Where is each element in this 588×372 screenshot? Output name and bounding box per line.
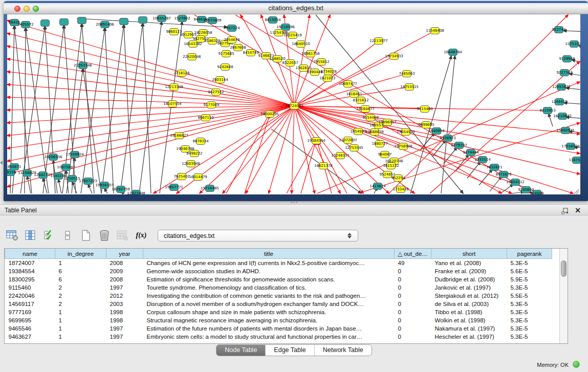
table-cell[interactable]: Jankovic et al. (1997) — [431, 283, 507, 292]
table-cell[interactable]: de Silva et al. (2003) — [431, 300, 507, 308]
table-cell[interactable]: Tibbo et al. (1998) — [431, 308, 507, 316]
table-cell[interactable]: 2003 — [106, 300, 143, 308]
graph-node[interactable]: 19857771 — [169, 184, 179, 191]
graph-node[interactable]: 2718126 — [177, 70, 186, 77]
graph-node[interactable]: 12093872 — [557, 83, 566, 91]
table-cell[interactable]: 5.9E-5 — [507, 275, 552, 283]
graph-node[interactable]: 20891406 — [100, 21, 110, 28]
table-cell[interactable]: 1 — [55, 324, 106, 333]
table-cell[interactable]: 18724007 — [5, 259, 55, 268]
graph-node[interactable]: 1821022 — [323, 75, 332, 82]
table-vertical-scrollbar[interactable] — [559, 249, 568, 343]
graph-node[interactable]: 1588520 — [273, 55, 282, 62]
table-cell[interactable]: Disruption of a novel member of a sodium… — [143, 300, 395, 308]
graph-node[interactable]: 9524851 — [383, 171, 392, 178]
table-cell[interactable]: 0 — [395, 316, 431, 324]
graph-node[interactable]: 11072607 — [343, 137, 353, 144]
table-cell[interactable]: 1 — [55, 259, 106, 268]
table-cell[interactable]: 5.3E-5 — [507, 324, 552, 333]
graph-node[interactable]: 16914479 — [193, 173, 203, 181]
graph-node[interactable]: 924503 — [532, 190, 541, 194]
graph-node[interactable]: 8186328 — [208, 37, 217, 45]
table-cell[interactable]: 9463627 — [5, 333, 55, 341]
table-row[interactable]: 1938455462009Genome-wide association stu… — [5, 267, 552, 275]
graph-node[interactable]: 10654112 — [511, 179, 520, 186]
table-cell[interactable]: 2 — [55, 292, 106, 300]
graph-node[interactable]: 18621378 — [319, 162, 328, 169]
table-cell[interactable]: 2008 — [106, 259, 143, 268]
table-row[interactable]: 1872400712008Changes of HCN gene express… — [5, 259, 552, 268]
graph-node[interactable]: 7857224 — [227, 25, 236, 32]
table-cell[interactable]: 2009 — [106, 267, 143, 275]
close-panel-icon[interactable]: ✕ — [575, 206, 581, 214]
graph-node[interactable]: 9177004 — [207, 101, 216, 108]
table-cell[interactable]: 6 — [55, 267, 106, 275]
graph-node[interactable]: 18325419 — [288, 32, 297, 39]
network-canvas[interactable]: 2642824055722089140610655287152760284661… — [7, 14, 580, 194]
graph-node[interactable]: 1250515 — [68, 175, 77, 182]
graph-node[interactable]: 10697477 — [343, 80, 353, 87]
graph-node[interactable]: 19734933 — [389, 53, 399, 60]
table-cell[interactable]: 6 — [55, 275, 106, 283]
table-cell[interactable]: 0 — [395, 300, 431, 308]
table-cell[interactable]: Genome-wide association studies in ADHD. — [143, 267, 395, 275]
graph-node[interactable]: 26428 — [10, 19, 19, 26]
graph-node[interactable]: 9146821 — [262, 52, 271, 59]
graph-node[interactable]: 7632621 — [490, 164, 499, 171]
graph-node[interactable] — [138, 16, 147, 24]
graph-node[interactable]: 922744 — [554, 26, 563, 33]
graph-node[interactable]: 10896957 — [383, 119, 392, 126]
graph-node[interactable]: 850871 — [10, 163, 19, 170]
graph-node[interactable]: 2054676 — [227, 36, 236, 43]
graph-node[interactable]: 11254369 — [274, 29, 284, 36]
graph-node[interactable]: 1362615 — [299, 64, 308, 72]
graph-node[interactable]: 8427552 — [211, 89, 221, 96]
graph-node[interactable]: 2405572 — [21, 21, 30, 28]
table-cell[interactable]: 0 — [395, 324, 431, 333]
table-cell[interactable]: 19384554 — [5, 267, 55, 275]
graph-node[interactable]: 9154469 — [366, 114, 375, 121]
table-row[interactable]: 977716911998Corpus callosum shape and si… — [5, 308, 552, 316]
graph-node[interactable]: 8466160 — [197, 16, 206, 23]
graph-node[interactable] — [119, 18, 128, 25]
table-cell[interactable]: 1997 — [106, 283, 143, 292]
table-cell[interactable]: 1997 — [106, 324, 143, 333]
table-cell[interactable]: 5.3E-5 — [507, 308, 552, 316]
function-builder-icon[interactable]: f(x) — [133, 228, 149, 243]
new-document-icon[interactable] — [78, 228, 94, 243]
table-cell[interactable]: 1 — [55, 316, 106, 324]
graph-node[interactable]: 16210643 — [558, 113, 567, 120]
graph-node[interactable]: 7955812 — [317, 58, 326, 65]
table-cell[interactable]: 1 — [55, 308, 106, 316]
table-cell[interactable]: 5.5E-5 — [507, 292, 552, 300]
table-cell[interactable]: 5.3E-5 — [507, 283, 552, 292]
graph-node[interactable] — [40, 19, 50, 27]
show-columns-icon[interactable] — [23, 228, 39, 243]
graph-node[interactable]: 2867608 — [233, 44, 243, 51]
graph-node[interactable]: 20206556 — [49, 154, 58, 161]
graph-node[interactable]: 8938923 — [443, 135, 452, 142]
table-cell[interactable]: Investigating the contribution of common… — [143, 292, 395, 300]
show-rows-icon[interactable] — [59, 228, 76, 243]
graph-node[interactable]: 8667110 — [201, 114, 210, 121]
tab-edge-table[interactable]: Edge Table — [266, 345, 314, 356]
graph-node[interactable]: 2803144 — [215, 76, 225, 83]
table-cell[interactable]: Estimation of the future numbers of pati… — [143, 324, 395, 333]
table-cell[interactable]: Hescheler et al. (1997) — [431, 333, 507, 341]
network-table-selector[interactable]: citations_edges.txt — [158, 230, 358, 242]
column-header-pagerank[interactable]: pagerank — [507, 249, 552, 259]
table-cell[interactable]: 1 — [55, 333, 106, 341]
graph-node[interactable]: 1167534 — [572, 157, 580, 164]
table-row[interactable]: 946362711997Embryonic stem cells: a mode… — [5, 333, 552, 341]
table-cell[interactable]: 1998 — [106, 308, 143, 316]
table-cell[interactable]: 0 — [395, 333, 431, 341]
graph-node[interactable]: 7485063 — [402, 70, 411, 77]
graph-node[interactable]: 1413614 — [373, 183, 382, 190]
graph-node[interactable]: 16782759 — [116, 186, 125, 193]
graph-node[interactable]: 1733426 — [396, 186, 405, 193]
graph-node[interactable]: 16648784 — [448, 49, 458, 56]
table-cell[interactable]: Embryonic stem cells: a model to study s… — [143, 333, 395, 341]
select-all-icon[interactable] — [41, 228, 57, 243]
graph-node[interactable]: 2933114 — [478, 156, 487, 163]
graph-node[interactable]: 22420046 — [187, 53, 197, 60]
